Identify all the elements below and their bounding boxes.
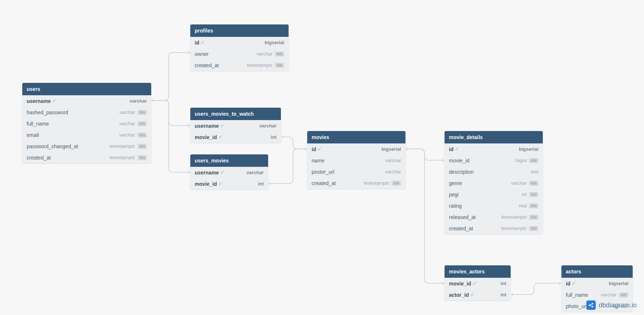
not-null-badge: NN: [529, 203, 538, 208]
table-header[interactable]: users: [22, 83, 151, 95]
table-header[interactable]: users_movies_to_watch: [190, 108, 281, 120]
column-type: varchar: [130, 98, 147, 104]
column-name: id: [195, 40, 205, 46]
column-name: movie_id: [449, 281, 477, 287]
column-row[interactable]: movie_idbigintNN: [445, 155, 543, 166]
key-icon: [317, 146, 322, 152]
table-header[interactable]: users_movies: [190, 154, 268, 167]
column-name: photo_url: [566, 303, 587, 309]
column-row[interactable]: password_changed_attimestamptzNN: [22, 141, 151, 152]
column-type: varchar: [259, 123, 277, 128]
column-row[interactable]: created_attimestamptzNN: [307, 177, 405, 189]
not-null-badge: NN: [137, 144, 147, 149]
column-row[interactable]: created_attimestamptzNN: [445, 223, 543, 234]
column-row[interactable]: idbigserial: [445, 143, 543, 155]
column-row[interactable]: descriptiontext: [445, 166, 543, 177]
column-type: int: [500, 292, 506, 297]
svg-point-25: [592, 306, 593, 307]
column-row[interactable]: movie_idint: [190, 178, 268, 189]
column-row[interactable]: poster_urlvarchar: [307, 166, 405, 177]
column-name: full_name: [27, 121, 49, 127]
column-type: bigserial: [265, 40, 284, 45]
column-row[interactable]: full_namevarcharNN: [22, 118, 151, 129]
table-movies_actors[interactable]: movies_actorsmovie_idintactor_idint: [445, 265, 511, 300]
column-row[interactable]: actor_idint: [445, 289, 511, 300]
table-users_movies_to_watch[interactable]: users_movies_to_watchusernamevarcharmovi…: [190, 108, 281, 143]
column-row[interactable]: emailvarcharNN: [22, 129, 151, 141]
column-name: movie_id: [195, 181, 223, 187]
column-row[interactable]: movie_idint: [445, 278, 511, 289]
column-row[interactable]: idbigserial: [190, 37, 289, 48]
svg-point-24: [592, 303, 593, 304]
not-null-badge: NN: [275, 51, 284, 57]
column-type: varcharNN: [119, 132, 147, 138]
table-header[interactable]: movies_actors: [445, 265, 511, 278]
not-null-badge: NN: [619, 292, 628, 297]
column-name: name: [312, 158, 324, 164]
column-name: username: [195, 123, 225, 129]
table-movie_details[interactable]: movie_detailsidbigserialmovie_idbigintNN…: [445, 131, 543, 234]
column-row[interactable]: usernamevarchar: [190, 167, 268, 178]
column-type: int: [258, 181, 264, 187]
column-row[interactable]: ownervarcharNN: [190, 48, 289, 59]
key-icon: [220, 123, 225, 129]
column-name: created_at: [449, 226, 473, 231]
column-name: genre: [449, 180, 462, 186]
key-icon: [220, 170, 225, 176]
key-icon: [201, 40, 205, 46]
not-null-badge: NN: [392, 181, 401, 186]
column-row[interactable]: genrevarcharNN: [445, 177, 543, 189]
not-null-badge: NN: [275, 63, 284, 68]
table-header[interactable]: profiles: [190, 24, 289, 37]
column-type: realNN: [519, 203, 538, 208]
column-row[interactable]: pegiintNN: [445, 189, 543, 200]
not-null-badge: NN: [529, 158, 538, 163]
svg-point-18: [318, 149, 320, 150]
table-movies[interactable]: moviesidbigserialnamevarcharposter_urlva…: [307, 131, 405, 189]
table-users[interactable]: usersusernamevarcharhashed_passwordvarch…: [22, 83, 151, 163]
column-name: owner: [195, 51, 209, 57]
column-row[interactable]: namevarchar: [307, 155, 405, 166]
column-type: timestamptzNN: [247, 62, 284, 68]
column-type: varchar: [385, 158, 401, 163]
column-type: bigserial: [519, 146, 538, 152]
column-type: timestamptzNN: [501, 226, 538, 231]
diagram-canvas[interactable]: usersusernamevarcharhashed_passwordvarch…: [0, 0, 644, 315]
not-null-badge: NN: [137, 121, 147, 126]
column-name: created_at: [195, 62, 219, 68]
column-type: bigserial: [609, 281, 628, 286]
svg-point-16: [221, 172, 222, 173]
table-header[interactable]: movie_details: [445, 131, 543, 143]
column-row[interactable]: created_attimestamptzNN: [22, 152, 151, 163]
key-icon: [52, 98, 57, 104]
column-row[interactable]: usernamevarchar: [190, 120, 281, 131]
svg-point-15: [219, 137, 221, 138]
column-type: intNN: [522, 192, 538, 197]
svg-point-23: [589, 304, 590, 306]
column-row[interactable]: idbigserial: [307, 143, 405, 155]
column-name: username: [27, 98, 57, 104]
column-row[interactable]: released_attimestamptzNN: [445, 211, 543, 223]
column-row[interactable]: idbigserial: [561, 278, 633, 289]
table-profiles[interactable]: profilesidbigserialownervarcharNNcreated…: [190, 24, 289, 71]
column-row[interactable]: created_attimestamptzNN: [190, 59, 289, 71]
column-type: int: [271, 134, 277, 140]
table-header[interactable]: movies: [307, 131, 405, 143]
column-row[interactable]: movie_idint: [190, 131, 281, 143]
column-name: created_at: [27, 155, 51, 161]
not-null-badge: NN: [137, 110, 147, 115]
table-users_movies[interactable]: users_moviesusernamevarcharmovie_idint: [190, 154, 268, 189]
column-type: varcharNN: [257, 51, 284, 57]
share-icon: [586, 300, 596, 310]
column-type: varchar: [247, 170, 264, 175]
column-row[interactable]: ratingrealNN: [445, 200, 543, 211]
column-type: timestamptzNN: [110, 155, 147, 160]
table-header[interactable]: actors: [561, 265, 633, 278]
column-type: timestamptzNN: [110, 143, 147, 149]
column-row[interactable]: usernamevarchar: [22, 95, 151, 107]
column-type: varcharNN: [119, 110, 147, 115]
column-row[interactable]: hashed_passwordvarcharNN: [22, 107, 151, 118]
column-row[interactable]: full_namevarcharNN: [561, 289, 633, 300]
column-type: bigintNN: [515, 158, 538, 163]
not-null-badge: NN: [529, 192, 538, 197]
